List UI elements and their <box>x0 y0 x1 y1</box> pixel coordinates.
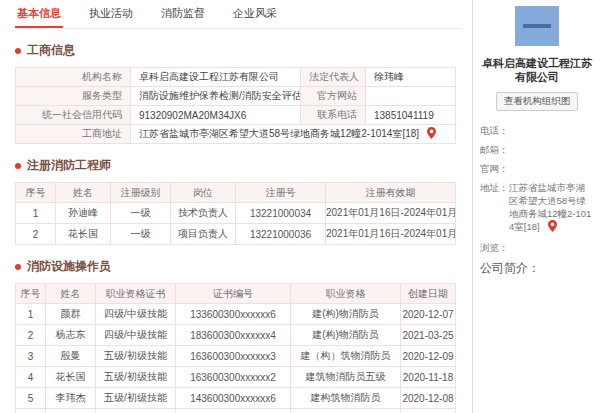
table-cell: 5 <box>16 388 46 409</box>
red-dot-icon <box>15 48 21 54</box>
section-title-text: 注册消防工程师 <box>27 157 111 174</box>
table-cell: 133600300xxxxxx6 <box>176 304 291 325</box>
service-type-label: 服务类型 <box>16 87 131 106</box>
tab-basic-info[interactable]: 基本信息 <box>15 0 63 28</box>
table-cell: 2021年01月16日-2024年01月16日 <box>326 203 456 224</box>
address-value: 江苏省盐城市亭湖区希望大道58号绿地商务城12幢2-1014室[18] <box>509 181 594 235</box>
table-cell: 13221000034 <box>236 203 326 224</box>
column-header: 姓名 <box>56 183 111 203</box>
table-cell: 2021年01月16日-2024年01月16日 <box>326 224 456 245</box>
views-field: 浏览： <box>480 241 594 254</box>
website-label: 官方网站 <box>301 87 366 106</box>
legal-rep-value: 徐玮峰 <box>366 68 456 87</box>
views-value <box>509 241 594 254</box>
org-name-label: 机构名称 <box>16 68 131 87</box>
table-cell: 项目负责人 <box>171 224 236 245</box>
table-row: 服务类型 消防设施维护保养检测/消防安全评估 官方网站 <box>16 87 456 106</box>
table-cell: 3 <box>16 346 46 367</box>
qualification-certificate-image[interactable] <box>515 6 559 46</box>
main-content: 基本信息 执业活动 消防监督 企业风采 工商信息 机构名称 卓科启高建设工程江苏… <box>0 0 462 413</box>
biz-address-text: 江苏省盐城市亭湖区希望大道58号绿地商务城12幢2-1014室[18] <box>139 128 419 139</box>
table-header-row: 序号姓名职业资格证书证书编号职业资格创建日期 <box>16 284 456 304</box>
phone-value <box>509 124 594 137</box>
tab-practice-activity[interactable]: 执业活动 <box>87 0 135 28</box>
table-cell: 一级 <box>111 203 171 224</box>
table-cell: 花长国 <box>56 224 111 245</box>
column-header: 序号 <box>16 183 56 203</box>
table-row: 6高海兵五级/初级技能133600300xxxxxx3建（构）筑物消防员2020… <box>16 409 456 413</box>
website-field: 官网： <box>480 162 594 175</box>
engineers-table: 序号姓名注册级别岗位注册号注册有效期 1孙迪峰一级技术负责人1322100003… <box>15 182 456 245</box>
table-cell: 183600300xxxxxx4 <box>176 325 291 346</box>
table-row: 3殷曼五级/初级技能163600300xxxxxx3建（构）筑物消防员2020-… <box>16 346 456 367</box>
org-name-value: 卓科启高建设工程江苏有限公司 <box>131 68 301 87</box>
phone-label: 电话： <box>480 124 509 137</box>
table-cell: 四级/中级技能 <box>96 304 176 325</box>
company-sidebar: 卓科启高建设工程江苏有限公司 查看机构组织图 电话： 邮箱： 官网： 地址： 江… <box>472 0 600 413</box>
table-row: 机构名称 卓科启高建设工程江苏有限公司 法定代表人 徐玮峰 <box>16 68 456 87</box>
address-field: 地址： 江苏省盐城市亭湖区希望大道58号绿地商务城12幢2-1014室[18] <box>480 181 594 235</box>
table-cell: 2 <box>16 325 46 346</box>
table-header-row: 序号姓名注册级别岗位注册号注册有效期 <box>16 183 456 203</box>
column-header: 姓名 <box>46 284 96 304</box>
table-cell: 4 <box>16 367 46 388</box>
service-type-value: 消防设施维护保养检测/消防安全评估 <box>131 87 301 106</box>
table-row: 工商地址 江苏省盐城市亭湖区希望大道58号绿地商务城12幢2-1014室[18] <box>16 125 456 144</box>
column-header: 序号 <box>16 284 46 304</box>
column-header: 注册有效期 <box>326 183 456 203</box>
table-row: 4花长国五级/初级技能163600300xxxxxx2建筑物消防员五级2020-… <box>16 367 456 388</box>
table-cell: 1 <box>16 203 56 224</box>
credit-code-value: 91320902MA20M34JX6 <box>131 106 301 125</box>
column-header: 职业资格 <box>291 284 401 304</box>
view-org-chart-button[interactable]: 查看机构组织图 <box>496 92 579 111</box>
table-cell: 建（构）筑物消防员 <box>291 409 401 413</box>
business-info-table: 机构名称 卓科启高建设工程江苏有限公司 法定代表人 徐玮峰 服务类型 消防设施维… <box>15 67 456 144</box>
table-row: 5李玮杰五级/初级技能143600300xxxxxx6建构筑物消防员2020-1… <box>16 388 456 409</box>
column-header: 创建日期 <box>401 284 456 304</box>
email-field: 邮箱： <box>480 143 594 156</box>
table-row: 2杨志东四级/中级技能183600300xxxxxx4建(构)物消防员2021-… <box>16 325 456 346</box>
table-cell: 技术负责人 <box>171 203 236 224</box>
table-cell: 建(构)物消防员 <box>291 304 401 325</box>
table-cell: 6 <box>16 409 46 413</box>
table-cell: 163600300xxxxxx2 <box>176 367 291 388</box>
tab-bar: 基本信息 执业活动 消防监督 企业风采 <box>15 0 462 29</box>
location-pin-icon[interactable] <box>548 220 557 235</box>
table-cell: 2 <box>16 224 56 245</box>
table-cell: 高海兵 <box>46 409 96 413</box>
column-header: 岗位 <box>171 183 236 203</box>
table-cell: 建构筑物消防员 <box>291 388 401 409</box>
table-cell: 2020-12-09 <box>401 346 456 367</box>
table-cell: 2021-03-25 <box>401 325 456 346</box>
table-cell: 2020-12-08 <box>401 388 456 409</box>
company-intro-label: 公司简介： <box>480 260 594 277</box>
biz-address-value: 江苏省盐城市亭湖区希望大道58号绿地商务城12幢2-1014室[18] <box>131 125 456 144</box>
section-facility-operators: 消防设施操作员 <box>15 258 462 275</box>
table-cell: 四级/中级技能 <box>96 325 176 346</box>
column-header: 注册号 <box>236 183 326 203</box>
table-cell: 一级 <box>111 224 171 245</box>
tab-company-gallery[interactable]: 企业风采 <box>231 0 279 28</box>
legal-rep-label: 法定代表人 <box>301 68 366 87</box>
table-cell: 五级/初级技能 <box>96 346 176 367</box>
views-label: 浏览： <box>480 241 509 254</box>
column-header: 注册级别 <box>111 183 171 203</box>
website-label: 官网： <box>480 162 509 175</box>
table-cell: 13221000036 <box>236 224 326 245</box>
table-cell: 五级/初级技能 <box>96 367 176 388</box>
table-cell: 建（构）筑物消防员 <box>291 346 401 367</box>
sidebar-company-name: 卓科启高建设工程江苏有限公司 <box>480 56 594 84</box>
website-value <box>509 162 594 175</box>
column-header: 职业资格证书 <box>96 284 176 304</box>
table-cell: 建筑物消防员五级 <box>291 367 401 388</box>
credit-code-label: 统一社会信用代码 <box>16 106 131 125</box>
table-cell: 143600300xxxxxx6 <box>176 388 291 409</box>
table-cell: 杨志东 <box>46 325 96 346</box>
table-cell: 李玮杰 <box>46 388 96 409</box>
table-row: 统一社会信用代码 91320902MA20M34JX6 联系电话 1385104… <box>16 106 456 125</box>
location-pin-icon[interactable] <box>427 127 436 141</box>
table-cell: 2020-11-18 <box>401 367 456 388</box>
tab-fire-supervision[interactable]: 消防监督 <box>159 0 207 28</box>
table-cell: 五级/初级技能 <box>96 409 176 413</box>
table-cell: 花长国 <box>46 367 96 388</box>
